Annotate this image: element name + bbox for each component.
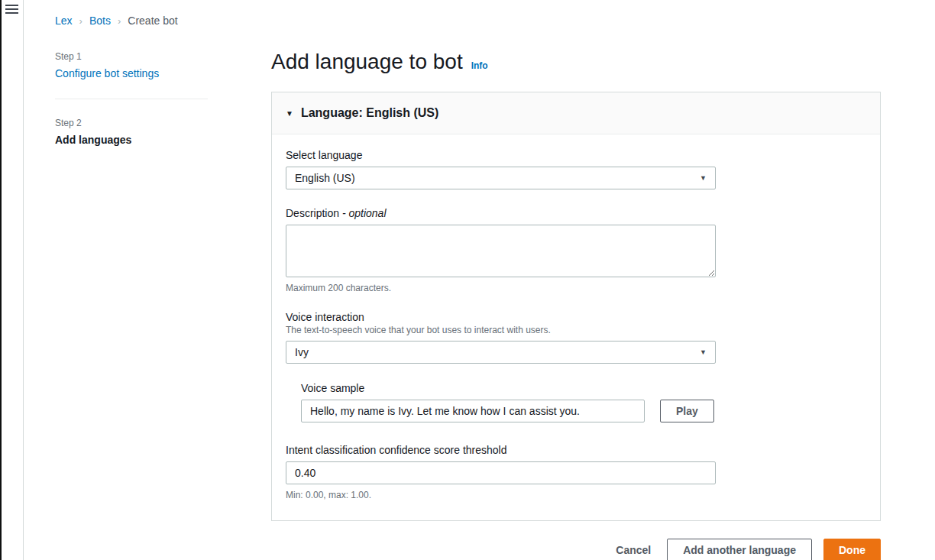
- hamburger-bar: [5, 12, 18, 14]
- language-card: ▼ Language: English (US) Select language…: [271, 92, 881, 521]
- done-button[interactable]: Done: [823, 539, 881, 560]
- hamburger-menu-icon[interactable]: [5, 5, 18, 14]
- play-button[interactable]: Play: [660, 400, 714, 422]
- select-language-field: Select language English (US) ▼: [286, 149, 866, 189]
- add-another-language-button[interactable]: Add another language: [667, 539, 812, 560]
- threshold-input[interactable]: [286, 461, 716, 484]
- wizard-steps-nav: Step 1 Configure bot settings Step 2 Add…: [55, 44, 208, 560]
- chevron-right-icon: ›: [79, 15, 82, 27]
- steps-divider: [55, 99, 208, 99]
- voice-sample-label: Voice sample: [301, 382, 866, 394]
- select-language-dropdown[interactable]: English (US) ▼: [286, 167, 716, 189]
- language-card-header[interactable]: ▼ Language: English (US): [272, 92, 880, 134]
- info-link[interactable]: Info: [471, 60, 488, 71]
- breadcrumb: Lex › Bots › Create bot: [55, 15, 912, 27]
- step1-link-configure-bot-settings[interactable]: Configure bot settings: [55, 67, 208, 79]
- voice-sample-input[interactable]: [301, 400, 645, 422]
- description-label-text: Description: [286, 207, 339, 219]
- dropdown-arrow-icon: ▼: [700, 348, 707, 356]
- description-field: Description - optional Maximum 200 chara…: [286, 207, 866, 293]
- language-card-body: Select language English (US) ▼ Descripti…: [272, 134, 880, 520]
- description-optional-text: - optional: [339, 207, 386, 219]
- voice-interaction-label: Voice interaction: [286, 311, 866, 323]
- hamburger-bar: [5, 5, 18, 6]
- main-content: Add language to bot Info ▼ Language: Eng…: [271, 44, 881, 560]
- threshold-helper: Min: 0.00, max: 1.00.: [286, 490, 866, 500]
- description-helper: Maximum 200 characters.: [286, 283, 866, 293]
- description-textarea[interactable]: [286, 225, 716, 277]
- breadcrumb-link-lex[interactable]: Lex: [55, 15, 73, 27]
- wizard-footer-actions: Cancel Add another language Done: [271, 539, 881, 560]
- threshold-field: Intent classification confidence score t…: [286, 444, 866, 500]
- voice-interaction-field: Voice interaction The text-to-speech voi…: [286, 311, 866, 364]
- cancel-button[interactable]: Cancel: [611, 544, 655, 556]
- collapse-caret-icon[interactable]: ▼: [286, 109, 293, 118]
- page-content: Lex › Bots › Create bot Step 1 Configure…: [24, 0, 935, 560]
- language-card-title: Language: English (US): [301, 106, 438, 120]
- voice-dropdown[interactable]: Ivy ▼: [286, 341, 716, 364]
- step2-current-add-languages: Add languages: [55, 134, 208, 146]
- chevron-right-icon: ›: [118, 15, 121, 27]
- select-language-label: Select language: [286, 149, 866, 161]
- collapsed-sidebar: [2, 0, 24, 560]
- threshold-label: Intent classification confidence score t…: [286, 444, 866, 456]
- select-language-value: English (US): [295, 172, 355, 184]
- breadcrumb-link-bots[interactable]: Bots: [89, 15, 111, 27]
- step2-label: Step 2: [55, 118, 208, 128]
- breadcrumb-current: Create bot: [128, 15, 177, 27]
- title-row: Add language to bot Info: [271, 50, 881, 74]
- voice-dropdown-value: Ivy: [295, 346, 309, 358]
- description-label: Description - optional: [286, 207, 866, 219]
- hamburger-bar: [5, 8, 18, 10]
- step1-label: Step 1: [55, 51, 208, 62]
- dropdown-arrow-icon: ▼: [700, 174, 707, 182]
- page-title: Add language to bot: [271, 50, 463, 74]
- voice-interaction-helper: The text-to-speech voice that your bot u…: [286, 325, 866, 335]
- voice-sample-field: Voice sample Play: [301, 382, 866, 422]
